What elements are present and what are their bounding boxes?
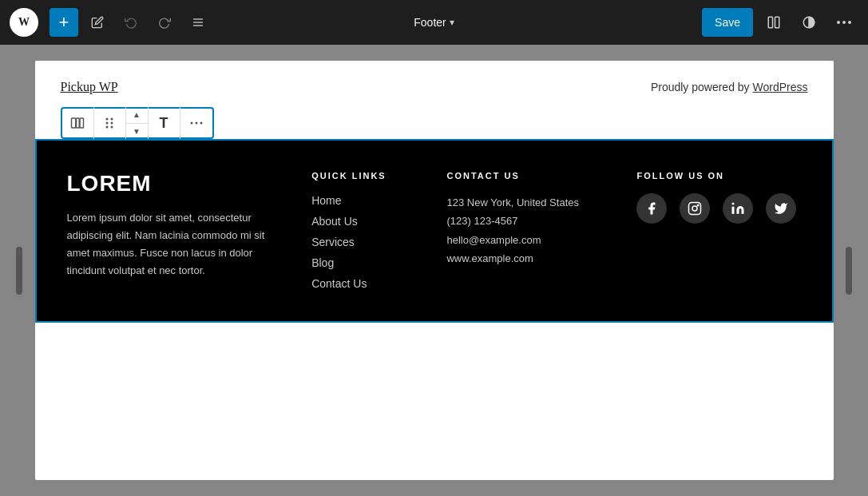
- drag-handle-button[interactable]: [94, 107, 126, 139]
- canvas-area: Pickup WP Proudly powered by WordPress: [0, 45, 868, 496]
- move-up-down-control[interactable]: ▲ ▼: [126, 107, 149, 139]
- contact-link[interactable]: Contact Us: [311, 277, 367, 290]
- list-item: Services: [311, 235, 421, 249]
- blog-link[interactable]: Blog: [311, 256, 334, 269]
- move-up-button[interactable]: ▲: [126, 107, 148, 124]
- contact-email: hello@example.com: [446, 231, 611, 249]
- contact-address: 123 New York, United States: [446, 193, 611, 212]
- svg-point-19: [195, 122, 197, 125]
- site-title[interactable]: Pickup WP: [61, 80, 118, 94]
- social-title: FOLLOW US ON: [636, 171, 801, 181]
- move-down-button[interactable]: ▼: [126, 124, 148, 140]
- svg-point-20: [200, 122, 202, 125]
- footer-links-col: QUICK LINKS Home About Us Services Blog …: [311, 171, 421, 291]
- contact-website: www.example.com: [446, 249, 611, 268]
- quick-links-title: QUICK LINKS: [311, 171, 421, 181]
- svg-point-7: [842, 21, 846, 24]
- list-item: About Us: [311, 214, 421, 228]
- svg-rect-11: [80, 118, 84, 128]
- contact-info: 123 New York, United States (123) 123-45…: [446, 193, 611, 268]
- page-container: Pickup WP Proudly powered by WordPress: [35, 61, 834, 480]
- list-item: Contact Us: [311, 276, 421, 291]
- svg-rect-24: [732, 207, 735, 214]
- svg-rect-9: [72, 118, 76, 128]
- toolbar-right: Save: [702, 8, 858, 37]
- svg-point-25: [732, 203, 735, 205]
- svg-rect-21: [689, 203, 701, 215]
- linkedin-icon[interactable]: [723, 193, 753, 224]
- twitter-icon[interactable]: [766, 193, 796, 224]
- redo-button[interactable]: [150, 8, 179, 37]
- add-block-button[interactable]: +: [50, 8, 78, 37]
- footer-social-col: FOLLOW US ON: [636, 171, 801, 291]
- wordpress-link[interactable]: WordPress: [753, 81, 808, 93]
- services-link[interactable]: Services: [311, 236, 355, 248]
- undo-button[interactable]: [117, 8, 145, 37]
- svg-rect-4: [775, 17, 779, 28]
- home-link[interactable]: Home: [311, 194, 341, 207]
- contact-phone: (123) 123-4567: [446, 212, 611, 230]
- svg-point-16: [106, 126, 109, 129]
- scroll-handle-left[interactable]: [16, 247, 22, 295]
- list-item: Blog: [311, 256, 421, 270]
- wp-logo[interactable]: W: [10, 8, 38, 37]
- list-item: Home: [311, 193, 421, 208]
- footer-dropdown-button[interactable]: Footer ▾: [414, 16, 454, 29]
- more-options-button[interactable]: [830, 8, 858, 37]
- template-label: Footer ▾: [414, 16, 454, 29]
- text-tool-button[interactable]: T: [149, 107, 180, 139]
- svg-point-17: [111, 126, 113, 129]
- top-toolbar: W + Footer ▾: [0, 0, 868, 45]
- layout-view-button[interactable]: [759, 8, 788, 37]
- columns-tool-button[interactable]: [62, 107, 94, 139]
- svg-point-13: [111, 118, 113, 121]
- edit-mode-button[interactable]: [83, 8, 112, 37]
- svg-point-23: [698, 204, 700, 206]
- contrast-button[interactable]: [795, 8, 823, 37]
- instagram-icon[interactable]: [680, 193, 710, 224]
- scroll-handle-right[interactable]: [846, 247, 852, 295]
- facebook-icon[interactable]: [636, 193, 667, 224]
- svg-point-6: [837, 21, 840, 24]
- svg-rect-10: [77, 118, 80, 128]
- social-icons-container: [636, 193, 801, 224]
- chevron-down-icon: ▾: [450, 17, 454, 28]
- list-view-button[interactable]: [184, 8, 212, 37]
- footer-logo: LOREM: [67, 171, 287, 196]
- svg-point-14: [106, 122, 109, 125]
- svg-rect-3: [768, 17, 772, 28]
- powered-by: Proudly powered by WordPress: [651, 81, 808, 93]
- svg-point-12: [106, 118, 109, 121]
- footer-label-text: Footer: [414, 16, 446, 29]
- save-button[interactable]: Save: [702, 8, 753, 37]
- footer-block: LOREM Lorem ipsum dolor sit amet, consec…: [35, 139, 834, 323]
- footer-contact-col: CONTACT US 123 New York, United States (…: [446, 171, 611, 291]
- contact-us-title: CONTACT US: [446, 171, 611, 181]
- svg-point-8: [848, 21, 851, 24]
- svg-point-15: [111, 122, 113, 125]
- footer-description: Lorem ipsum dolor sit amet, consectetur …: [67, 209, 287, 280]
- about-link[interactable]: About Us: [311, 215, 358, 228]
- quick-links-list: Home About Us Services Blog Contact Us: [311, 193, 421, 291]
- svg-point-18: [190, 122, 192, 125]
- page-header: Pickup WP Proudly powered by WordPress: [35, 61, 834, 107]
- block-more-options-button[interactable]: [180, 107, 212, 139]
- powered-by-text: Proudly powered by: [651, 81, 753, 93]
- footer-about-col: LOREM Lorem ipsum dolor sit amet, consec…: [67, 171, 287, 291]
- svg-point-22: [692, 206, 697, 211]
- block-toolbar: ▲ ▼ T: [61, 107, 214, 139]
